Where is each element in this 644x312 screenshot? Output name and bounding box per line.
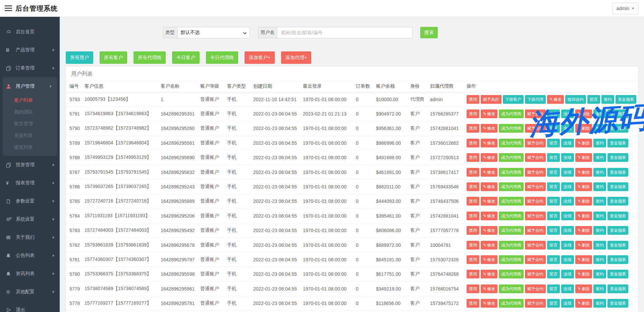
action-button-sub-customers[interactable]: 下级客户 bbox=[503, 95, 524, 104]
action-button-disable[interactable]: 禁用 bbox=[467, 270, 479, 278]
cell-agent-link[interactable]: 15768016754 bbox=[430, 281, 467, 296]
action-button-edit[interactable]: ✎修改 bbox=[547, 95, 564, 104]
action-button-delete[interactable]: ✎删除 bbox=[575, 168, 592, 177]
action-button-performance[interactable]: 业绩 bbox=[561, 241, 574, 250]
action-button-sub-agents[interactable]: 下级代理 bbox=[525, 95, 546, 104]
action-button-message[interactable]: 留言 bbox=[547, 109, 560, 118]
sidebar-item-invest[interactable]: 投资管理 bbox=[0, 156, 60, 174]
action-button-grant-contract[interactable]: 赋予合约 bbox=[525, 153, 546, 162]
cell-agent-link[interactable]: admin bbox=[430, 92, 467, 106]
action-button-delete[interactable]: ✎删除 bbox=[575, 226, 592, 235]
action-button-funds-report[interactable]: 资金报表 bbox=[607, 226, 628, 235]
action-button-delete[interactable]: ✎删除 bbox=[575, 212, 592, 220]
action-button-delete[interactable]: ✎删除 bbox=[575, 153, 592, 162]
action-button-funds-report[interactable]: 资金报表 bbox=[615, 95, 636, 104]
action-button-disable[interactable]: 禁用 bbox=[467, 255, 479, 264]
action-button-edit[interactable]: ✎修改 bbox=[481, 212, 497, 220]
sidebar-item-customer-list[interactable]: 客户列表 bbox=[3, 94, 57, 106]
action-button-disable[interactable]: 禁用 bbox=[467, 241, 479, 250]
filter-button-all-customers[interactable]: 所有客户 bbox=[100, 51, 127, 64]
action-button-disable[interactable]: 禁用 bbox=[467, 124, 479, 133]
filter-button-add-customer[interactable]: 添加客户+ bbox=[245, 51, 275, 64]
sidebar-item-about[interactable]: 关于我们 bbox=[0, 228, 60, 247]
cell-agent-link[interactable]: 15753072326 bbox=[430, 252, 467, 267]
action-button-performance[interactable]: 业绩 bbox=[561, 139, 574, 147]
action-button-funds-report[interactable]: 资金报表 bbox=[607, 109, 628, 118]
action-button-edit[interactable]: ✎修改 bbox=[481, 168, 497, 177]
action-button-sign[interactable]: 签约 bbox=[593, 241, 606, 250]
action-button-make-agent[interactable]: 成为代理商 bbox=[499, 124, 524, 133]
action-button-funds-report[interactable]: 资金报表 bbox=[607, 284, 628, 293]
action-button-funds-report[interactable]: 资金报表 bbox=[607, 212, 628, 220]
action-button-message[interactable]: 留言 bbox=[547, 168, 560, 177]
action-button-funds-report[interactable]: 资金报表 bbox=[607, 299, 628, 308]
action-button-revoke-contract[interactable]: 收回合约 bbox=[565, 95, 586, 104]
action-button-message[interactable]: 留言 bbox=[547, 124, 560, 133]
action-button-performance[interactable]: 业绩 bbox=[561, 168, 574, 177]
action-button-make-agent[interactable]: 成为代理商 bbox=[499, 153, 524, 162]
action-button-edit[interactable]: ✎修改 bbox=[481, 226, 497, 235]
action-button-delete[interactable]: ✎删除 bbox=[575, 241, 592, 250]
filter-button-today-customers[interactable]: 今日客户 bbox=[172, 51, 200, 64]
action-button-make-agent[interactable]: 成为代理商 bbox=[499, 299, 524, 308]
action-button-grant-contract[interactable]: 赋予合约 bbox=[525, 284, 546, 293]
sidebar-item-news[interactable]: 资讯列表 bbox=[0, 265, 60, 283]
action-button-delete[interactable]: ✎删除 bbox=[575, 124, 592, 133]
action-button-sign[interactable]: 签约 bbox=[593, 226, 606, 235]
sidebar-item-message-manage[interactable]: 留言管理 bbox=[3, 118, 57, 130]
action-button-disable[interactable]: 禁用 bbox=[467, 153, 479, 162]
menu-toggle-icon[interactable] bbox=[5, 5, 12, 11]
filter-button-all-agents[interactable]: 所有代理商 bbox=[133, 51, 166, 64]
type-select[interactable]: 默认不选 bbox=[177, 27, 250, 38]
username-input[interactable] bbox=[277, 27, 413, 38]
action-button-grant-contract[interactable]: 赋予合约 bbox=[525, 109, 546, 118]
action-button-sign[interactable]: 签约 bbox=[593, 109, 606, 118]
action-button-make-agent[interactable]: 成为代理商 bbox=[499, 212, 524, 220]
sidebar-item-recharge-list[interactable]: 充值列表 bbox=[3, 130, 57, 141]
action-button-grant-contract[interactable]: 赋予合约 bbox=[525, 182, 546, 191]
sidebar-item-products[interactable]: Ƀ产品管理 bbox=[0, 41, 60, 59]
filter-button-add-agent[interactable]: 添加代理+ bbox=[281, 51, 311, 64]
action-button-sign[interactable]: 签约 bbox=[593, 255, 606, 264]
action-button-make-agent[interactable]: 成为代理商 bbox=[499, 284, 524, 293]
action-button-funds-report[interactable]: 资金报表 bbox=[607, 139, 628, 147]
action-button-edit[interactable]: ✎修改 bbox=[481, 182, 497, 191]
action-button-grant-contract[interactable]: 赋予合约 bbox=[525, 168, 546, 177]
action-button-message[interactable]: 留言 bbox=[547, 139, 560, 147]
action-button-make-agent[interactable]: 成为代理商 bbox=[499, 139, 524, 147]
action-button-message[interactable]: 留言 bbox=[547, 197, 560, 206]
action-button-make-agent[interactable]: 成为代理商 bbox=[499, 197, 524, 206]
sidebar-item-home[interactable]: 后台首页 bbox=[0, 23, 60, 41]
action-button-grant-contract[interactable]: 赋予合约 bbox=[525, 139, 546, 147]
action-button-disable[interactable]: 禁用 bbox=[467, 197, 479, 206]
action-button-make-agent[interactable]: 成为代理商 bbox=[499, 270, 524, 278]
action-button-grant-contract[interactable]: 赋予合约 bbox=[525, 197, 546, 206]
action-button-delete[interactable]: ✎删除 bbox=[575, 299, 592, 308]
action-button-performance[interactable]: 业绩 bbox=[561, 212, 574, 220]
action-button-edit[interactable]: ✎修改 bbox=[481, 270, 497, 278]
action-button-sign[interactable]: 签约 bbox=[593, 197, 606, 206]
action-button-message[interactable]: 留言 bbox=[547, 299, 560, 308]
action-button-edit[interactable]: ✎修改 bbox=[481, 255, 497, 264]
action-button-sign[interactable]: 签约 bbox=[593, 270, 606, 278]
action-button-performance[interactable]: 业绩 bbox=[561, 255, 574, 264]
cell-agent-link[interactable]: 15746437506 bbox=[430, 194, 467, 209]
action-button-performance[interactable]: 业绩 bbox=[561, 226, 574, 235]
action-button-edit[interactable]: ✎修改 bbox=[481, 139, 497, 147]
action-button-disable[interactable]: 禁用 bbox=[467, 299, 479, 308]
action-button-edit[interactable]: ✎修改 bbox=[481, 153, 497, 162]
action-button-make-agent[interactable]: 成为代理商 bbox=[499, 109, 524, 118]
action-button-sign[interactable]: 签约 bbox=[593, 124, 606, 133]
action-button-disable[interactable]: 禁用 bbox=[467, 139, 479, 147]
action-button-sign[interactable]: 签约 bbox=[593, 139, 606, 147]
action-button-performance[interactable]: 业绩 bbox=[561, 299, 574, 308]
action-button-edit[interactable]: ✎修改 bbox=[481, 284, 497, 293]
action-button-disable[interactable]: 禁用 bbox=[467, 168, 479, 177]
action-button-disable[interactable]: 禁用 bbox=[467, 182, 479, 191]
action-button-funds-report[interactable]: 资金报表 bbox=[607, 124, 628, 133]
action-button-delete[interactable]: ✎删除 bbox=[575, 197, 592, 206]
action-button-funds-report[interactable]: 资金报表 bbox=[607, 255, 628, 264]
sidebar-item-my-team[interactable]: 我的团队 bbox=[3, 106, 57, 118]
action-button-message[interactable]: 留言 bbox=[547, 226, 560, 235]
action-button-delete[interactable]: ✎删除 bbox=[575, 139, 592, 147]
